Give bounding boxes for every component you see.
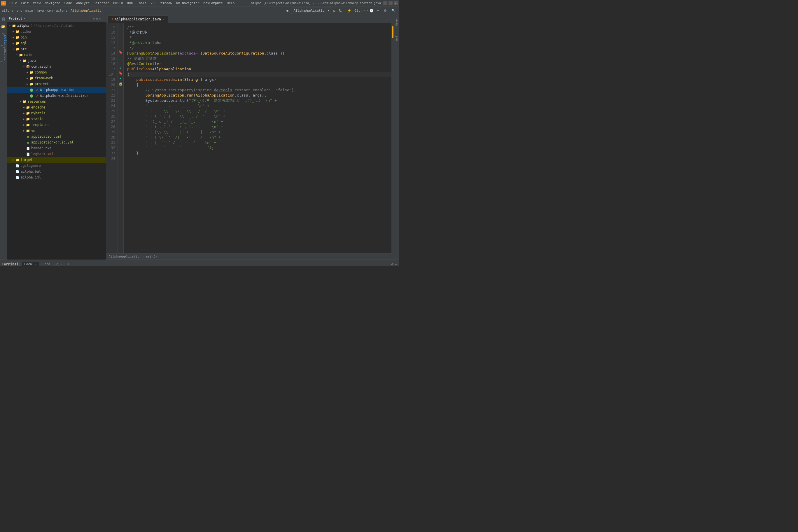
gutter: 🔖 ▶ 🔖 ▶ 🔒 (118, 23, 124, 253)
tree-item-banner-txt[interactable]: 📄 banner.txt (7, 145, 106, 151)
tree-item-ailpha-iml[interactable]: 📄 ailpha.iml (7, 174, 106, 180)
run-config-selector[interactable]: AilphaApplication ▾ (291, 7, 332, 14)
tree-label-sql: sql (21, 41, 27, 45)
run-gutter-icon-2[interactable]: ▶ (118, 76, 124, 81)
maven-panel-btn[interactable]: Maven (394, 16, 399, 27)
tree-item-application-yml[interactable]: ▦ application.yml (7, 134, 106, 139)
settings-icon[interactable]: ⚙ (99, 17, 101, 20)
run-config-dropdown-icon[interactable]: ▾ (327, 9, 329, 13)
menu-run[interactable]: Run (125, 1, 134, 5)
minimize-button[interactable]: ─ (383, 1, 387, 5)
run-button[interactable]: ▶ (334, 8, 336, 13)
tree-item-logback-xml[interactable]: 📄 logback.xml (7, 151, 106, 157)
menu-help[interactable]: Help (225, 1, 236, 5)
menu-vcs[interactable]: VCS (149, 1, 158, 5)
git-check-icon: ✓ (363, 9, 365, 13)
tree-item-java[interactable]: ▾ 📁 java (7, 58, 106, 63)
menu-maxcompute[interactable]: MaxCompute (202, 1, 225, 5)
git-undo-button[interactable]: ↩ (375, 7, 381, 14)
debug-button[interactable]: 🐛 (337, 7, 344, 14)
terminal-tab-label-2: Local (2) (43, 262, 60, 266)
maximize-button[interactable]: □ (388, 1, 393, 5)
tree-label-target: target (21, 158, 33, 162)
tree-item-project[interactable]: ▶ 📁 project (7, 81, 106, 87)
ant-panel-btn[interactable]: Ant (394, 34, 399, 42)
sidebar-icon-z-structure[interactable]: Z-Structure (0, 51, 7, 58)
menu-build[interactable]: Build (111, 1, 125, 5)
folder-icon-common: 📁 (29, 71, 34, 74)
sidebar-icon-project[interactable]: 1: Project (0, 37, 7, 44)
tree-item-common[interactable]: ▶ 📁 common (7, 70, 106, 75)
hide-icon[interactable]: — (102, 17, 104, 20)
git-clock-icon: 🕐 (369, 9, 374, 13)
bc-ailpha2[interactable]: ailpha (56, 9, 68, 13)
tree-item-templates[interactable]: ▶ 📁 templates (7, 122, 106, 128)
menu-db-navigator[interactable]: DB Navigator (174, 1, 201, 5)
menu-file[interactable]: File (7, 1, 19, 5)
coverage-button[interactable]: ⚡ (346, 7, 353, 14)
tab-close-button[interactable]: ✕ (163, 18, 165, 21)
menu-edit[interactable]: Edit (20, 1, 31, 5)
tree-item-mybatis[interactable]: ▶ 📁 mybatis (7, 110, 106, 116)
terminal-tab-close-1[interactable]: ✕ (35, 263, 36, 266)
bc-ailpha[interactable]: ailpha (2, 9, 14, 13)
tree-item-resources[interactable]: ▾ 📁 resources (7, 99, 106, 104)
tree-item-target[interactable]: ▶ 📁 target (7, 157, 106, 163)
menu-tools[interactable]: Tools (135, 1, 148, 5)
bc-ailpha-app[interactable]: AilphaApplication (71, 9, 103, 13)
collapse-icon[interactable]: ⊟ (96, 17, 98, 20)
tree-item-bin[interactable]: ▶ 📁 bin (7, 34, 106, 40)
bc-java[interactable]: java (36, 9, 44, 13)
menu-view[interactable]: View (31, 1, 43, 5)
menu-navigate[interactable]: Navigate (43, 1, 62, 5)
terminal-settings-button[interactable]: ⚙ (382, 7, 388, 14)
menu-window[interactable]: Window (159, 1, 174, 5)
menu-code[interactable]: Code (62, 1, 74, 5)
bc-src[interactable]: src (16, 9, 22, 13)
tree-item-com-ailpha[interactable]: ▾ 📦 com.ailpha (7, 63, 106, 70)
code-content[interactable]: /** * 启动程序 * * @author ailpha */ @Spring… (124, 23, 392, 253)
code-line-21: // System.setProperty("spring.devtools.r… (127, 88, 392, 93)
tree-arrow-templates: ▶ (22, 124, 26, 126)
tree-item-gitignore[interactable]: 📄 .gitignore (7, 163, 106, 169)
sync-icon[interactable]: ⊕ (93, 17, 95, 20)
tree-item-main[interactable]: ▾ 📁 main (7, 52, 106, 58)
terminal-icons: ⚙ — (392, 262, 397, 266)
tree-item-ailpha-bat[interactable]: 📄 ailpha.bat (7, 169, 106, 174)
tree-item-framework[interactable]: ▶ 📁 framework (7, 75, 106, 81)
panel-dropdown-icon[interactable]: ▾ (23, 17, 25, 20)
terminal-minimize-icon[interactable]: — (395, 262, 397, 266)
tree-item-static[interactable]: ▶ 📁 static (7, 116, 106, 122)
scroll-indicator[interactable] (392, 23, 394, 253)
tree-label-ailpha-app: AilphaApplication (40, 88, 74, 92)
bc-com[interactable]: com (47, 9, 53, 13)
back-button[interactable]: ◀ (284, 7, 290, 14)
terminal-settings-icon[interactable]: ⚙ (392, 262, 394, 266)
tab-ailpha-application[interactable]: J AilphaApplication.java ✕ (107, 16, 168, 23)
search-button[interactable]: 🔍 (390, 7, 397, 14)
run-gutter-icon[interactable]: ▶ (118, 65, 124, 71)
tree-item-vm[interactable]: ▶ 📁 vm (7, 128, 106, 134)
terminal-add-tab-button[interactable]: + (66, 262, 71, 266)
terminal-tab-local1[interactable]: Local ✕ (22, 262, 39, 266)
tree-item-ehcache[interactable]: ▶ 📁 ehcache (7, 104, 106, 110)
bc-main[interactable]: main (25, 9, 33, 13)
yml-icon-2: ▦ (26, 141, 30, 144)
editor-bc-class[interactable]: AilphaApplication (109, 254, 141, 259)
tree-item-ailpha-servlet[interactable]: ⬤ J AilphaServletInitializer (7, 93, 106, 99)
sidebar-icon-db-browser[interactable]: 🗄 (0, 16, 7, 23)
terminal-tab-close-2[interactable]: ✕ (61, 263, 62, 266)
tree-item-idea[interactable]: ▶ 📁 .idea (7, 28, 106, 34)
tree-item-ailpha-application[interactable]: ⬤ J AilphaApplication (7, 87, 106, 93)
terminal-tab-local2[interactable]: Local (2) ✕ (40, 262, 65, 266)
tree-item-ailpha-root[interactable]: ▾ 📁 ailpha C:\Projects\ailpha\ailpha (7, 23, 106, 28)
sidebar-icon-project-explorer[interactable]: 📂 (0, 23, 7, 30)
tree-item-application-druid-yml[interactable]: ▦ application-druid.yml (7, 139, 106, 145)
menu-analyze[interactable]: Analyze (74, 1, 91, 5)
code-editor[interactable]: 910111213 14151617 18 1920212223 2425262… (106, 23, 394, 253)
close-button[interactable]: ✕ (394, 1, 398, 5)
tree-item-src[interactable]: ▾ 📁 src (7, 46, 106, 52)
editor-bc-method[interactable]: main() (146, 254, 157, 259)
menu-refactor[interactable]: Refactor (92, 1, 111, 5)
tree-item-sql[interactable]: ▶ 📁 sql (7, 40, 106, 46)
